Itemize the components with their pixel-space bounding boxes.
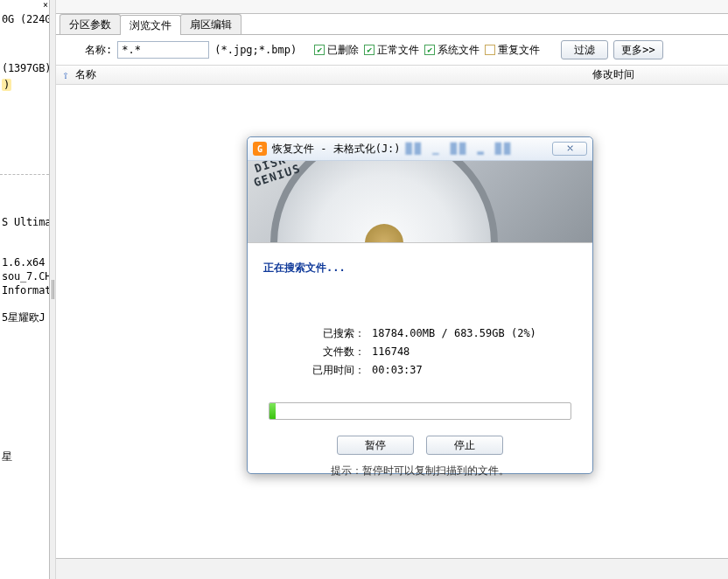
stats-block: 已搜索：18784.00MB / 683.59GB (2%) 文件数：11674… — [293, 324, 577, 380]
tree-item[interactable]: 星 — [0, 449, 49, 465]
tab-browse-files[interactable]: 浏览文件 — [120, 15, 181, 35]
stat-files: 116748 — [372, 343, 410, 361]
tree-splitter[interactable] — [0, 174, 49, 175]
file-list-area: G 恢复文件 - 未格式化(J:) ██ ▁ ██ ▂ ██ ⤬ DISKGEN… — [56, 85, 728, 558]
name-filter-input[interactable] — [117, 41, 209, 59]
chk-normal[interactable]: ✔正常文件 — [364, 43, 419, 58]
dialog-hero: DISKGENIUS — [248, 161, 592, 243]
sidebar-tree[interactable]: × 0G (224G) (1397GB) ) S Ultima 1.6.x64 … — [0, 0, 50, 579]
filter-button[interactable]: 过滤 — [561, 40, 608, 59]
progress-fill — [270, 403, 276, 419]
hint-text: 提示：暂停时可以复制扫描到的文件。 — [263, 464, 577, 478]
col-mtime[interactable]: 修改时间 — [592, 67, 728, 82]
stat-time: 00:03:37 — [372, 361, 423, 380]
app-icon: G — [253, 142, 267, 156]
tree-partition[interactable]: (1397GB) — [0, 61, 49, 75]
tree-drive[interactable]: 0G (224G) — [0, 12, 49, 26]
tree-item[interactable]: 5星耀欧J — [0, 310, 49, 326]
tab-partition-params[interactable]: 分区参数 — [60, 14, 121, 34]
dialog-close-button[interactable]: ⤬ — [552, 142, 587, 156]
progress-bar — [269, 402, 571, 420]
tree-item[interactable]: S Ultima — [0, 215, 49, 229]
chk-duplicate[interactable]: ✔重复文件 — [485, 43, 540, 58]
dialog-title-text: 恢复文件 - 未格式化(J:) — [272, 142, 401, 157]
file-list-header: ⇧ 名称 修改时间 — [56, 66, 728, 85]
stop-button[interactable]: 停止 — [426, 436, 503, 455]
tab-bar: 分区参数 浏览文件 扇区编辑 — [56, 14, 728, 35]
tab-sector-edit[interactable]: 扇区编辑 — [180, 14, 242, 34]
tree-item[interactable]: 1.6.x64 — [0, 255, 49, 269]
top-strip — [56, 0, 728, 14]
name-label: 名称: — [85, 43, 112, 58]
tree-highlight[interactable]: ) — [2, 79, 11, 91]
close-icon[interactable]: × — [43, 0, 48, 10]
dialog-titlebar[interactable]: G 恢复文件 - 未格式化(J:) ██ ▁ ██ ▂ ██ ⤬ — [248, 137, 592, 161]
col-name[interactable]: 名称 — [75, 67, 592, 82]
pause-button[interactable]: 暂停 — [337, 436, 414, 455]
more-button[interactable]: 更多>> — [613, 40, 662, 59]
main-panel: 分区参数 浏览文件 扇区编辑 名称: (*.jpg;*.bmp) ✔已删除 ✔正… — [56, 0, 728, 579]
vertical-splitter[interactable] — [50, 0, 56, 579]
chk-system[interactable]: ✔系统文件 — [424, 43, 480, 58]
tree-item[interactable]: sou_7.CH — [0, 269, 49, 283]
recover-dialog: G 恢复文件 - 未格式化(J:) ██ ▁ ██ ▂ ██ ⤬ DISKGEN… — [247, 136, 593, 474]
stat-searched: 18784.00MB / 683.59GB (2%) — [372, 324, 536, 343]
ext-hint: (*.jpg;*.bmp) — [214, 44, 297, 56]
up-icon[interactable]: ⇧ — [56, 68, 75, 81]
status-text: 正在搜索文件... — [263, 261, 577, 276]
chk-deleted[interactable]: ✔已删除 — [314, 43, 359, 58]
status-bar — [56, 558, 728, 579]
filter-bar: 名称: (*.jpg;*.bmp) ✔已删除 ✔正常文件 ✔系统文件 ✔重复文件… — [56, 35, 728, 66]
tree-item[interactable]: Informat — [0, 283, 49, 297]
app-root: × 0G (224G) (1397GB) ) S Ultima 1.6.x64 … — [0, 0, 728, 579]
